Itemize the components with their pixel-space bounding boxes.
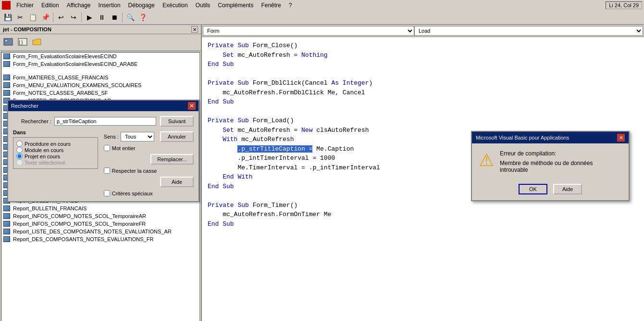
search-options-left: Dans Procédure en cours Module en cours (13, 129, 98, 169)
paste-btn[interactable]: 📌 (39, 12, 51, 23)
search-btn[interactable]: 🔍 (124, 12, 136, 23)
right-panel: Form Load Private Sub Form_Close() Set m… (202, 25, 644, 321)
tree-item[interactable]: Report_INFOS_COMPO_NOTES_SCOL_Temporaire… (1, 212, 199, 220)
code-line: End Sub (208, 60, 638, 69)
criteres-checkbox[interactable] (104, 190, 110, 196)
view-code-btn[interactable]: { } (16, 36, 29, 49)
menu-complements[interactable]: Compléments (214, 1, 257, 10)
code-line: End Sub (208, 97, 638, 107)
pause-btn[interactable]: ⏸ (96, 12, 108, 23)
search-dialog: Rechercher ✕ Rechercher : Suivant Dans (7, 100, 199, 202)
radio-module-input[interactable] (16, 147, 23, 153)
code-line: End Sub (208, 219, 638, 229)
menu-affichage[interactable]: Affichage (63, 1, 95, 10)
svg-rect-1 (5, 39, 8, 42)
error-dialog-title: Microsoft Visual Basic pour Applications… (472, 132, 629, 143)
error-dialog-body: ⚠ Erreur de compilation: Membre de métho… (472, 143, 629, 180)
error-dialog: Microsoft Visual Basic pour Applications… (471, 131, 630, 201)
search-input[interactable] (54, 117, 156, 126)
run-btn[interactable]: ▶ (84, 12, 95, 23)
error-close-btn[interactable]: ✕ (617, 134, 625, 141)
dans-label: Dans (13, 129, 98, 135)
help-btn[interactable]: ❓ (137, 12, 149, 23)
radio-projet-input[interactable] (16, 153, 23, 159)
remplacer-btn[interactable]: Remplacer... (150, 154, 194, 165)
menu-debogage[interactable]: Débogage (124, 1, 159, 10)
sep3 (122, 13, 123, 22)
folder-btn[interactable] (31, 36, 43, 49)
menu-help[interactable]: ? (285, 1, 296, 10)
error-aide-btn[interactable]: Aide (553, 184, 582, 194)
radio-module[interactable]: Module en cours (16, 147, 95, 153)
search-row: Rechercher : Suivant (13, 116, 194, 127)
search-close-btn[interactable]: ✕ (188, 102, 196, 110)
view-objects-btn[interactable] (2, 36, 14, 49)
sens-select[interactable]: Tous Haut Bas (121, 132, 154, 141)
aide-btn[interactable]: Aide (160, 177, 194, 187)
radio-procedure-input[interactable] (16, 141, 23, 147)
error-ok-btn[interactable]: OK (519, 184, 547, 194)
mot-entier-checkbox[interactable] (104, 145, 110, 151)
radio-texte[interactable]: Texte sélectionné (16, 159, 95, 166)
menu-edition[interactable]: Edition (37, 1, 63, 10)
tree-item[interactable]: Form_Frm_EvaluationScolaireElevesECIND (1, 52, 199, 60)
redo-btn[interactable]: ↪ (68, 12, 79, 23)
save-btn[interactable]: 💾 (2, 12, 13, 23)
code-line: Set mc_AutoRefresh = Nothing (208, 51, 638, 60)
cut-btn[interactable]: ✂ (14, 12, 26, 23)
mot-entier-row[interactable]: Mot entier (104, 145, 194, 151)
menu-fichier[interactable]: Fichier (12, 1, 37, 10)
left-panel-toolbar: { } (0, 34, 201, 51)
code-line: Private Sub Form_DblClick(Cancel As Inte… (208, 78, 638, 88)
radio-projet[interactable]: Projet en cours (16, 153, 95, 159)
icon-toolbar: 💾 ✂ 📋 📌 ↩ ↪ ▶ ⏸ ⏹ 🔍 ❓ (0, 11, 644, 25)
suivant-btn[interactable]: Suivant (160, 116, 194, 127)
menu-outils[interactable]: Outils (192, 1, 214, 10)
tree-item[interactable]: Form_MATIERES_CLASSE_FRANCAIS (1, 74, 199, 81)
menu-bar: Fichier Edition Affichage Insertion Débo… (0, 0, 644, 11)
search-dialog-body: Rechercher : Suivant Dans Procédure en c… (8, 111, 198, 201)
annuler-btn[interactable]: Annuler (160, 131, 194, 142)
left-panel-close[interactable]: ✕ (191, 26, 198, 33)
sep1 (53, 13, 53, 22)
object-dropdown[interactable]: Form (203, 26, 414, 36)
menu-execution[interactable]: Exécution (159, 1, 192, 10)
tree-item[interactable]: Report_INFOS_COMPO_NOTES_SCOL_Temporaire… (1, 220, 199, 228)
left-panel: jet - COMPOSITION ✕ { } Form_Frm_Evaluat… (0, 25, 202, 321)
error-buttons: OK Aide (472, 180, 629, 200)
procedure-dropdown[interactable]: Load (414, 26, 643, 36)
search-dialog-title: Rechercher ✕ (8, 101, 198, 111)
tree-item[interactable]: Form_NOTES_CLASSES_ARABES_SF (1, 89, 199, 97)
warning-icon: ⚠ (479, 150, 494, 170)
code-toolbar: Form Load (202, 25, 644, 37)
left-panel-title: jet - COMPOSITION ✕ (0, 25, 201, 34)
search-options-right: Sens : Tous Haut Bas Annuler Mot entier (104, 131, 194, 196)
position-indicator: Li 24, Col 29 (606, 1, 642, 9)
menu-insertion[interactable]: Insertion (95, 1, 124, 10)
aide-row: Aide (104, 177, 194, 187)
app-icon (2, 1, 11, 10)
radio-procedure[interactable]: Procédure en cours (16, 141, 95, 147)
svg-text:{ }: { } (19, 40, 23, 45)
code-line: Private Sub Form_Load() (208, 116, 638, 126)
criteres-row[interactable]: Critères spéciaux (104, 190, 194, 196)
tree-item[interactable]: Report_DES_COMPOSANTS_NOTES_EVALUATIONS_… (1, 235, 199, 243)
tree-item[interactable]: Report_BULLETIN_FRANCAIS (1, 205, 199, 212)
respecter-checkbox[interactable] (104, 167, 110, 174)
respecter-row[interactable]: Respecter la casse (104, 167, 194, 174)
sens-label: Sens : (104, 134, 119, 140)
menu-fenetre[interactable]: Fenêtre (257, 1, 285, 10)
tree-item[interactable]: Report_LISTE_DES_COMPOSANTS_NOTES_EVALUA… (1, 228, 199, 235)
code-line: Private Sub Form_Timer() (208, 201, 638, 210)
sens-row: Sens : Tous Haut Bas Annuler (104, 131, 194, 142)
copy-btn[interactable]: 📋 (27, 12, 38, 23)
tree-item[interactable]: Form_MENU_EVALUATION_EXAMENS_SCOLAIRES (1, 81, 199, 89)
undo-btn[interactable]: ↩ (55, 12, 67, 23)
tree-item[interactable]: Form_Frm_EvaluationScolaireElevesECIND_A… (1, 60, 199, 68)
dans-group: Procédure en cours Module en cours Proje… (13, 137, 98, 169)
stop-btn[interactable]: ⏹ (109, 12, 120, 23)
radio-texte-input[interactable] (16, 159, 23, 166)
error-body-text: Membre de méthode ou de données introuva… (500, 160, 622, 173)
sep2 (81, 13, 82, 22)
error-text: Erreur de compilation: Membre de méthode… (500, 150, 622, 173)
